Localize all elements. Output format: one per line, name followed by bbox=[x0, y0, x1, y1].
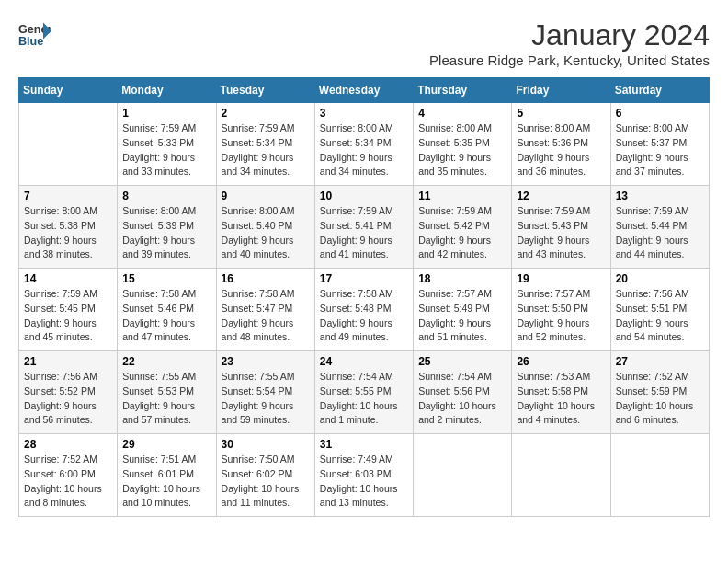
daylight-text: Daylight: 9 hours and 42 minutes. bbox=[418, 235, 491, 260]
sunrise-text: Sunrise: 7:59 AM bbox=[320, 205, 393, 216]
calendar-cell: 10 Sunrise: 7:59 AM Sunset: 5:41 PM Dayl… bbox=[314, 186, 413, 269]
daylight-text: Daylight: 9 hours and 44 minutes. bbox=[616, 235, 688, 260]
sunrise-text: Sunrise: 7:53 AM bbox=[517, 371, 590, 382]
calendar-week-2: 7 Sunrise: 8:00 AM Sunset: 5:38 PM Dayli… bbox=[19, 186, 710, 269]
daylight-text: Daylight: 9 hours and 52 minutes. bbox=[517, 317, 589, 343]
day-info: Sunrise: 7:54 AM Sunset: 5:56 PM Dayligh… bbox=[418, 370, 506, 428]
daylight-text: Daylight: 9 hours and 54 minutes. bbox=[616, 317, 688, 343]
calendar-cell: 23 Sunrise: 7:55 AM Sunset: 5:54 PM Dayl… bbox=[216, 351, 314, 434]
day-info: Sunrise: 7:54 AM Sunset: 5:55 PM Dayligh… bbox=[320, 370, 408, 428]
calendar-week-1: 1 Sunrise: 7:59 AM Sunset: 5:33 PM Dayli… bbox=[19, 103, 710, 186]
calendar-cell: 1 Sunrise: 7:59 AM Sunset: 5:33 PM Dayli… bbox=[118, 103, 216, 186]
day-info: Sunrise: 7:55 AM Sunset: 5:54 PM Dayligh… bbox=[222, 370, 310, 428]
day-number: 23 bbox=[222, 355, 310, 368]
daylight-text: Daylight: 9 hours and 39 minutes. bbox=[122, 235, 195, 260]
calendar-week-4: 21 Sunrise: 7:56 AM Sunset: 5:52 PM Dayl… bbox=[19, 351, 710, 434]
sunset-text: Sunset: 5:39 PM bbox=[122, 220, 194, 231]
sunset-text: Sunset: 5:33 PM bbox=[122, 137, 194, 148]
weekday-wednesday: Wednesday bbox=[314, 78, 413, 103]
sunrise-text: Sunrise: 7:49 AM bbox=[320, 454, 393, 465]
sunset-text: Sunset: 5:36 PM bbox=[517, 137, 588, 148]
sunset-text: Sunset: 5:59 PM bbox=[616, 385, 688, 396]
daylight-text: Daylight: 10 hours and 11 minutes. bbox=[222, 483, 300, 509]
day-info: Sunrise: 8:00 AM Sunset: 5:40 PM Dayligh… bbox=[222, 204, 310, 262]
calendar-cell: 17 Sunrise: 7:58 AM Sunset: 5:48 PM Dayl… bbox=[314, 269, 413, 351]
calendar-cell bbox=[610, 434, 709, 517]
svg-text:Blue: Blue bbox=[18, 35, 43, 48]
sunrise-text: Sunrise: 7:55 AM bbox=[122, 371, 196, 382]
calendar-cell: 7 Sunrise: 8:00 AM Sunset: 5:38 PM Dayli… bbox=[19, 186, 118, 269]
day-info: Sunrise: 7:55 AM Sunset: 5:53 PM Dayligh… bbox=[122, 370, 210, 428]
sunset-text: Sunset: 5:43 PM bbox=[517, 220, 588, 231]
sunset-text: Sunset: 5:45 PM bbox=[24, 303, 96, 314]
sunset-text: Sunset: 6:02 PM bbox=[222, 468, 293, 479]
calendar-cell: 5 Sunrise: 8:00 AM Sunset: 5:36 PM Dayli… bbox=[512, 103, 610, 186]
weekday-tuesday: Tuesday bbox=[216, 78, 314, 103]
daylight-text: Daylight: 9 hours and 35 minutes. bbox=[418, 152, 491, 178]
calendar-cell: 6 Sunrise: 8:00 AM Sunset: 5:37 PM Dayli… bbox=[610, 103, 709, 186]
day-info: Sunrise: 7:58 AM Sunset: 5:48 PM Dayligh… bbox=[320, 287, 408, 345]
sunset-text: Sunset: 5:54 PM bbox=[222, 385, 293, 396]
day-info: Sunrise: 7:59 AM Sunset: 5:33 PM Dayligh… bbox=[122, 121, 210, 179]
sunrise-text: Sunrise: 7:54 AM bbox=[320, 371, 393, 382]
sunset-text: Sunset: 5:56 PM bbox=[418, 385, 490, 396]
day-info: Sunrise: 7:56 AM Sunset: 5:51 PM Dayligh… bbox=[616, 287, 704, 345]
day-number: 3 bbox=[320, 107, 408, 120]
sunrise-text: Sunrise: 7:59 AM bbox=[122, 122, 196, 133]
day-info: Sunrise: 8:00 AM Sunset: 5:36 PM Dayligh… bbox=[517, 121, 605, 179]
day-number: 17 bbox=[320, 272, 408, 285]
daylight-text: Daylight: 9 hours and 41 minutes. bbox=[320, 235, 392, 260]
calendar-cell: 11 Sunrise: 7:59 AM Sunset: 5:42 PM Dayl… bbox=[414, 186, 512, 269]
calendar-cell: 2 Sunrise: 7:59 AM Sunset: 5:34 PM Dayli… bbox=[216, 103, 314, 186]
sunset-text: Sunset: 5:34 PM bbox=[222, 137, 293, 148]
calendar-cell: 15 Sunrise: 7:58 AM Sunset: 5:46 PM Dayl… bbox=[118, 269, 216, 351]
sunset-text: Sunset: 5:46 PM bbox=[122, 303, 194, 314]
sunset-text: Sunset: 5:58 PM bbox=[517, 385, 588, 396]
sunrise-text: Sunrise: 7:59 AM bbox=[517, 205, 590, 216]
calendar-cell: 31 Sunrise: 7:49 AM Sunset: 6:03 PM Dayl… bbox=[314, 434, 413, 517]
sunrise-text: Sunrise: 7:52 AM bbox=[24, 454, 97, 465]
sunrise-text: Sunrise: 7:55 AM bbox=[222, 371, 295, 382]
sunrise-text: Sunrise: 7:58 AM bbox=[320, 288, 393, 299]
calendar-cell: 13 Sunrise: 7:59 AM Sunset: 5:44 PM Dayl… bbox=[610, 186, 709, 269]
calendar-cell: 12 Sunrise: 7:59 AM Sunset: 5:43 PM Dayl… bbox=[512, 186, 610, 269]
calendar-cell: 26 Sunrise: 7:53 AM Sunset: 5:58 PM Dayl… bbox=[512, 351, 610, 434]
sunset-text: Sunset: 5:50 PM bbox=[517, 303, 588, 314]
daylight-text: Daylight: 10 hours and 6 minutes. bbox=[616, 400, 694, 426]
daylight-text: Daylight: 9 hours and 47 minutes. bbox=[122, 317, 195, 343]
calendar-cell: 18 Sunrise: 7:57 AM Sunset: 5:49 PM Dayl… bbox=[414, 269, 512, 351]
sunset-text: Sunset: 5:35 PM bbox=[418, 137, 490, 148]
day-info: Sunrise: 8:00 AM Sunset: 5:34 PM Dayligh… bbox=[320, 121, 408, 179]
sunset-text: Sunset: 5:53 PM bbox=[122, 385, 194, 396]
month-year-title: January 2024 bbox=[429, 18, 710, 52]
day-number: 24 bbox=[320, 355, 408, 368]
day-number: 10 bbox=[320, 190, 408, 202]
daylight-text: Daylight: 9 hours and 37 minutes. bbox=[616, 152, 688, 178]
calendar-cell: 3 Sunrise: 8:00 AM Sunset: 5:34 PM Dayli… bbox=[314, 103, 413, 186]
sunset-text: Sunset: 5:37 PM bbox=[616, 137, 688, 148]
calendar-cell: 28 Sunrise: 7:52 AM Sunset: 6:00 PM Dayl… bbox=[19, 434, 118, 517]
calendar-week-5: 28 Sunrise: 7:52 AM Sunset: 6:00 PM Dayl… bbox=[19, 434, 710, 517]
daylight-text: Daylight: 9 hours and 43 minutes. bbox=[517, 235, 589, 260]
calendar-cell bbox=[19, 103, 118, 186]
daylight-text: Daylight: 9 hours and 36 minutes. bbox=[517, 152, 589, 178]
sunrise-text: Sunrise: 7:56 AM bbox=[616, 288, 689, 299]
calendar-cell: 16 Sunrise: 7:58 AM Sunset: 5:47 PM Dayl… bbox=[216, 269, 314, 351]
daylight-text: Daylight: 9 hours and 51 minutes. bbox=[418, 317, 491, 343]
day-info: Sunrise: 7:59 AM Sunset: 5:45 PM Dayligh… bbox=[24, 287, 112, 345]
calendar-cell: 20 Sunrise: 7:56 AM Sunset: 5:51 PM Dayl… bbox=[610, 269, 709, 351]
day-number: 14 bbox=[24, 272, 112, 285]
sunset-text: Sunset: 6:00 PM bbox=[24, 468, 96, 479]
calendar-cell: 21 Sunrise: 7:56 AM Sunset: 5:52 PM Dayl… bbox=[19, 351, 118, 434]
day-info: Sunrise: 8:00 AM Sunset: 5:38 PM Dayligh… bbox=[24, 204, 112, 262]
day-info: Sunrise: 7:51 AM Sunset: 6:01 PM Dayligh… bbox=[122, 453, 210, 511]
calendar-cell bbox=[512, 434, 610, 517]
day-info: Sunrise: 7:49 AM Sunset: 6:03 PM Dayligh… bbox=[320, 453, 408, 511]
sunrise-text: Sunrise: 8:00 AM bbox=[517, 122, 590, 133]
sunrise-text: Sunrise: 7:58 AM bbox=[222, 288, 295, 299]
weekday-monday: Monday bbox=[118, 78, 216, 103]
day-info: Sunrise: 7:50 AM Sunset: 6:02 PM Dayligh… bbox=[222, 453, 310, 511]
calendar-cell: 9 Sunrise: 8:00 AM Sunset: 5:40 PM Dayli… bbox=[216, 186, 314, 269]
day-info: Sunrise: 7:52 AM Sunset: 5:59 PM Dayligh… bbox=[616, 370, 704, 428]
day-info: Sunrise: 7:57 AM Sunset: 5:50 PM Dayligh… bbox=[517, 287, 605, 345]
